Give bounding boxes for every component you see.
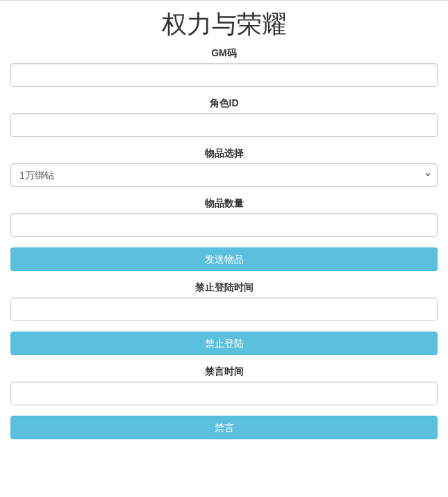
gm-code-group: GM码	[10, 47, 438, 87]
ban-login-time-label: 禁止登陆时间	[10, 282, 438, 294]
mute-button[interactable]: 禁言	[10, 416, 438, 439]
gm-code-input[interactable]	[10, 63, 438, 87]
item-select[interactable]: 1万绑钻	[10, 163, 438, 187]
item-count-input[interactable]	[10, 213, 438, 237]
item-select-label: 物品选择	[10, 147, 438, 160]
role-id-group: 角色ID	[10, 97, 438, 137]
send-item-button[interactable]: 发送物品	[10, 247, 438, 271]
item-count-label: 物品数量	[10, 197, 438, 210]
ban-login-time-group: 禁止登陆时间	[10, 282, 438, 321]
ban-login-button[interactable]: 禁止登陆	[10, 332, 438, 355]
mute-time-label: 禁言时间	[10, 366, 438, 378]
item-select-wrap: 1万绑钻	[10, 163, 438, 187]
gm-code-label: GM码	[10, 47, 438, 60]
page-title: 权力与荣耀	[10, 8, 438, 42]
mute-time-group: 禁言时间	[10, 366, 438, 405]
item-count-group: 物品数量	[10, 197, 438, 237]
ban-login-time-input[interactable]	[10, 298, 438, 321]
mute-time-input[interactable]	[10, 382, 438, 405]
role-id-input[interactable]	[10, 113, 438, 137]
item-select-group: 物品选择 1万绑钻	[10, 147, 438, 187]
form-container: 权力与荣耀 GM码 角色ID 物品选择 1万绑钻 物品数量 发送物品 禁止登陆时…	[0, 0, 448, 464]
role-id-label: 角色ID	[10, 97, 438, 110]
